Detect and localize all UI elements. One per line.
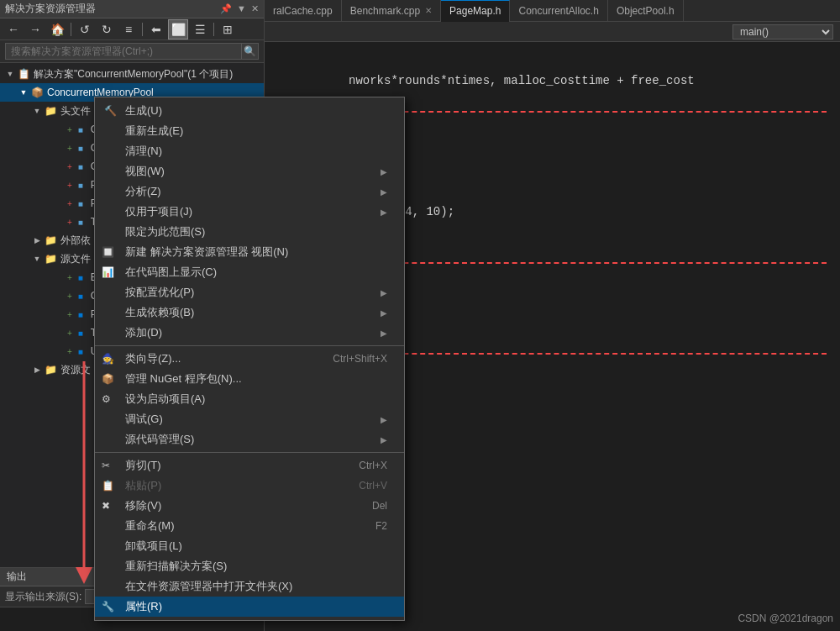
ctx-sep-1	[95, 345, 404, 346]
ctx-label-profile: 按配置优化(P)	[125, 285, 194, 300]
solution-arrow: ▼	[3, 70, 17, 78]
ctx-item-project-only[interactable]: 仅用于项目(J) ▶	[95, 202, 404, 222]
toolbar-sep3	[213, 23, 214, 36]
th-src-icon: ■	[74, 326, 87, 339]
ctx-item-rebuild[interactable]: 重新生成(E)	[95, 121, 404, 141]
tab-benchmark-close[interactable]: ✕	[425, 6, 432, 15]
ctx-item-generate[interactable]: 🔨 生成(U)	[95, 101, 404, 121]
ctx-label-deps: 生成依赖项(B)	[125, 305, 194, 320]
ctx-item-classwiz[interactable]: 🧙 类向导(Z)... Ctrl+Shift+X	[95, 349, 404, 369]
code-text-1: nworks*rounds*ntimes, malloc_costtime + …	[349, 74, 695, 87]
tab-concurrent-alloc-label: ConcurrentAlloc.h	[518, 5, 598, 17]
ctx-arrow-source-ctrl: ▶	[381, 435, 387, 444]
ctx-item-deps[interactable]: 生成依赖项(B) ▶	[95, 302, 404, 323]
ctx-item-view[interactable]: 视图(W) ▶	[95, 161, 404, 181]
headers-arrow: ▼	[30, 107, 44, 115]
ctx-icon-codemap: 📊	[102, 266, 118, 278]
ctx-item-add[interactable]: 添加(D) ▶	[95, 323, 404, 343]
ctx-item-codemap[interactable]: 📊 在代码图上显示(C)	[95, 262, 404, 282]
edit-btn[interactable]: ⬜	[168, 19, 188, 39]
ctx-item-source-ctrl[interactable]: 源代码管理(S) ▶	[95, 429, 404, 450]
tab-objectpool[interactable]: ObjectPool.h	[608, 0, 684, 22]
ctx-label-rename: 重命名(M)	[125, 518, 175, 534]
pa1-icon-plus: +	[67, 181, 72, 190]
ctx-item-analyze[interactable]: 分析(Z) ▶	[95, 181, 404, 202]
pa2-icon-plus: +	[67, 199, 72, 208]
panel-dropdown-icon[interactable]: ▼	[237, 3, 246, 14]
ctx-item-remove[interactable]: ✖ 移除(V) Del	[95, 496, 404, 516]
pa-src-icon-plus: +	[67, 310, 72, 319]
back-btn[interactable]: ←	[3, 19, 24, 39]
ctx-label-analyze: 分析(Z)	[125, 184, 161, 199]
project-arrow: ▼	[17, 88, 30, 97]
res-icon: 📁	[44, 363, 57, 376]
ctx-icon-new-view: 🔲	[102, 246, 118, 258]
redo-btn[interactable]: ↻	[97, 19, 117, 39]
co-icon-plus: +	[67, 144, 72, 153]
ctx-item-new-view[interactable]: 🔲 新建 解决方案资源管理器 视图(N)	[95, 242, 404, 262]
project-icon: 📦	[30, 86, 44, 99]
toolbar-sep1	[71, 23, 71, 36]
ce-icon: ■	[74, 123, 87, 136]
ctx-label-startup: 设为启动项目(A)	[125, 392, 205, 407]
tab-pagemap-label: PageMap.h	[449, 5, 501, 17]
ctx-item-properties[interactable]: 🔧 属性(R)	[95, 597, 404, 617]
ctx-item-rescan[interactable]: 重新扫描解决方案(S)	[95, 556, 404, 576]
ctx-label-new-view: 新建 解决方案资源管理器 视图(N)	[125, 245, 288, 260]
tree-item-solution[interactable]: ▼ 📋 解决方案"ConcurrentMemoryPool"(1 个项目)	[0, 65, 264, 83]
ctx-label-view: 视图(W)	[125, 164, 165, 179]
settings-btn[interactable]: ⬅	[146, 19, 166, 39]
ctx-item-paste[interactable]: 📋 粘贴(P) Ctrl+V	[95, 476, 404, 496]
ctx-item-nuget[interactable]: 📦 管理 NuGet 程序包(N)...	[95, 369, 404, 389]
th-header-icon-plus: +	[67, 218, 72, 227]
refresh-btn[interactable]: ↺	[75, 19, 95, 39]
explorer-toolbar: ← → 🏠 ↺ ↻ ≡ ⬅ ⬜ ☰ ⊞	[0, 18, 264, 40]
ctx-item-open-folder[interactable]: 在文件资源管理器中打开文件夹(X)	[95, 576, 404, 597]
res-arrow: ▶	[30, 365, 44, 374]
tab-concurrent-alloc[interactable]: ConcurrentAlloc.h	[510, 0, 607, 22]
search-icon-btn[interactable]: 🔍	[242, 43, 259, 60]
editor-toolbar: main()	[265, 22, 840, 42]
ctx-item-debug[interactable]: 调试(G) ▶	[95, 409, 404, 429]
ctx-item-startup[interactable]: ⚙ 设为启动项目(A)	[95, 389, 404, 409]
ctx-label-generate: 生成(U)	[125, 103, 162, 118]
panel-close-icon[interactable]: ✕	[251, 3, 259, 14]
ctx-label-codemap: 在代码图上显示(C)	[125, 265, 217, 280]
tab-pagemap[interactable]: PageMap.h	[441, 0, 510, 22]
function-dropdown[interactable]: main()	[732, 24, 833, 39]
ctx-label-paste: 粘贴(P)	[125, 478, 161, 493]
tab-ralcache[interactable]: ralCache.cpp	[265, 0, 342, 22]
tab-benchmark[interactable]: Benchmark.cpp ✕	[342, 0, 441, 22]
ctx-item-cut[interactable]: ✂ 剪切(T) Ctrl+X	[95, 455, 404, 476]
panel-controls: 📌 ▼ ✕	[220, 3, 259, 14]
ctx-label-unload: 卸载项目(L)	[125, 539, 182, 554]
config-btn[interactable]: ☰	[190, 19, 210, 39]
panel-title: 解决方案资源管理器	[5, 2, 96, 16]
ctx-label-nuget: 管理 NuGet 程序包(N)...	[125, 371, 242, 386]
ctx-item-profile[interactable]: 按配置优化(P) ▶	[95, 282, 404, 302]
solution-label: 解决方案"ConcurrentMemoryPool"(1 个项目)	[34, 67, 260, 82]
forward-btn[interactable]: →	[25, 19, 45, 39]
ob-icon: ■	[74, 160, 87, 173]
extra-btn[interactable]: ⊞	[218, 19, 238, 39]
collapse-btn[interactable]: ≡	[118, 19, 139, 39]
be-icon-plus: +	[67, 273, 72, 282]
th-header-icon: ■	[74, 215, 87, 229]
ctx-item-clean[interactable]: 清理(N)	[95, 141, 404, 161]
co-icon: ■	[74, 141, 87, 155]
ctx-item-scope[interactable]: 限定为此范围(S)	[95, 222, 404, 242]
ctx-item-rename[interactable]: 重命名(M) F2	[95, 516, 404, 536]
ctx-label-remove: 移除(V)	[125, 498, 161, 513]
solution-icon: 📋	[17, 67, 30, 81]
home-btn[interactable]: 🏠	[47, 19, 67, 39]
watermark-text: CSDN @2021dragon	[738, 613, 833, 624]
panel-title-bar: 解决方案资源管理器 📌 ▼ ✕	[0, 0, 264, 18]
ctx-item-unload[interactable]: 卸载项目(L)	[95, 536, 404, 556]
ctx-icon-paste: 📋	[102, 480, 118, 492]
source-icon: 📁	[44, 252, 57, 266]
ctx-label-cut: 剪切(T)	[125, 458, 161, 473]
search-input[interactable]	[5, 43, 242, 60]
panel-pin-icon[interactable]: 📌	[220, 3, 232, 14]
tab-benchmark-label: Benchmark.cpp	[350, 5, 420, 17]
ctx-shortcut-paste: Ctrl+V	[359, 480, 387, 492]
